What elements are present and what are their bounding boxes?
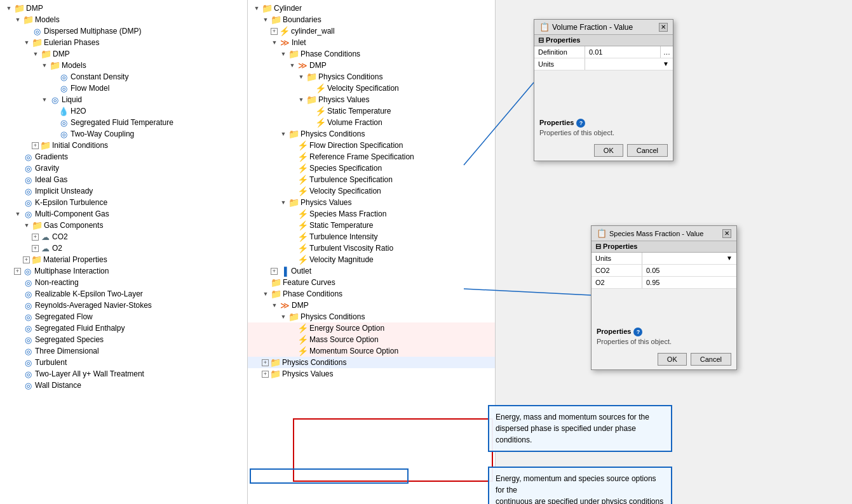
tree-item-physics-cond-main[interactable]: ▼ 📁 Physics Conditions bbox=[248, 128, 495, 140]
tree-item-inlet[interactable]: ▼ ≫ Inlet bbox=[248, 37, 495, 48]
dialog-val-units[interactable]: ▼ bbox=[585, 58, 673, 70]
tree-item-outlet[interactable]: + ▐ Outlet bbox=[248, 265, 495, 277]
tree-item-static-temp[interactable]: ⚡ Static Temperature bbox=[248, 220, 495, 231]
tree-item-turb-spec[interactable]: ⚡ Turbulence Specification bbox=[248, 174, 495, 185]
expander-boundaries[interactable]: ▼ bbox=[262, 16, 269, 23]
tree-item-mass-source[interactable]: ⚡ Mass Source Option bbox=[248, 334, 495, 345]
expander-dmp-bottom[interactable]: ▼ bbox=[271, 302, 278, 309]
dialog-definition-ellipsis[interactable]: … bbox=[660, 46, 673, 58]
help-icon-vf[interactable]: ? bbox=[576, 119, 585, 128]
tree-item-material-props[interactable]: + 📁 Material Properties bbox=[0, 254, 247, 265]
ok-button-vf[interactable]: OK bbox=[594, 144, 623, 157]
tree-item-ideal-gas[interactable]: ◎ Ideal Gas bbox=[0, 174, 247, 185]
tree-item-dmp-inlet[interactable]: ▼ ≫ DMP bbox=[248, 60, 495, 71]
tree-item-dispersed[interactable]: ◎ Dispersed Multiphase (DMP) bbox=[0, 25, 247, 37]
cancel-button-smf[interactable]: Cancel bbox=[691, 353, 731, 366]
tree-item-vel-mag[interactable]: ⚡ Velocity Magnitude bbox=[248, 254, 495, 265]
tree-item-non-reacting[interactable]: ◎ Non-reacting bbox=[0, 277, 247, 288]
expander-phvc[interactable]: + bbox=[262, 371, 269, 378]
expander-inlet[interactable]: ▼ bbox=[271, 39, 278, 46]
tree-item-k-epsilon[interactable]: ◎ K-Epsilon Turbulence bbox=[0, 197, 247, 208]
dialog-val-co2[interactable]: 0.05 bbox=[642, 265, 736, 276]
tree-item-seg-fluid-enth[interactable]: ◎ Segregated Fluid Enthalpy bbox=[0, 322, 247, 334]
tree-item-seg-fluid-temp[interactable]: ◎ Segregated Fluid Temperature bbox=[0, 117, 247, 128]
expander-co2[interactable]: + bbox=[32, 234, 39, 241]
tree-item-implicit-unsteady[interactable]: ◎ Implicit Unsteady bbox=[0, 185, 247, 197]
tree-item-momentum-source[interactable]: ⚡ Momentum Source Option bbox=[248, 345, 495, 357]
tree-item-three-dim[interactable]: ◎ Three Dimensional bbox=[0, 345, 247, 357]
expander-pcb[interactable]: ▼ bbox=[262, 290, 269, 298]
expander-dmp-inlet[interactable]: ▼ bbox=[288, 62, 296, 69]
tree-item-flow-model[interactable]: ◎ Flow Model bbox=[0, 83, 247, 94]
tree-item-liquid[interactable]: ▼ ◎ Liquid bbox=[0, 94, 247, 105]
tree-item-energy-source[interactable]: ⚡ Energy Source Option bbox=[248, 322, 495, 334]
tree-item-realizable[interactable]: ◎ Realizable K-Epsilon Two-Layer bbox=[0, 288, 247, 300]
tree-item-models[interactable]: ▼ 📁 Models bbox=[0, 14, 247, 25]
expander-dmp-root[interactable]: ▼ bbox=[5, 4, 13, 12]
expander-cylinder[interactable]: ▼ bbox=[253, 4, 260, 12]
expander-pci[interactable]: ▼ bbox=[280, 50, 287, 58]
tree-item-dmp-root[interactable]: ▼ 📁 DMP bbox=[0, 3, 247, 14]
expander-dmp-sub[interactable]: ▼ bbox=[32, 50, 39, 58]
tree-item-two-layer[interactable]: ◎ Two-Layer All y+ Wall Treatment bbox=[0, 368, 247, 380]
tree-item-dmp-sub[interactable]: ▼ 📁 DMP bbox=[0, 48, 247, 60]
tree-item-initial-cond[interactable]: + 📁 Initial Conditions bbox=[0, 140, 247, 151]
expander-initial[interactable]: + bbox=[32, 142, 39, 149]
tree-item-feature-curves[interactable]: 📁 Feature Curves bbox=[248, 277, 495, 288]
tree-item-h2o[interactable]: 💧 H2O bbox=[0, 105, 247, 117]
tree-item-boundaries[interactable]: ▼ 📁 Boundaries bbox=[248, 14, 495, 25]
tree-item-turbulent[interactable]: ◎ Turbulent bbox=[0, 357, 247, 368]
tree-item-physics-vals-cont[interactable]: + 📁 Physics Values bbox=[248, 368, 495, 380]
expander-pcm[interactable]: ▼ bbox=[280, 130, 287, 138]
tree-item-seg-species[interactable]: ◎ Segregated Species bbox=[0, 334, 247, 345]
tree-item-wall-dist[interactable]: ◎ Wall Distance bbox=[0, 380, 247, 391]
expander-models[interactable]: ▼ bbox=[14, 16, 22, 23]
tree-item-dmp-bottom[interactable]: ▼ ≫ DMP bbox=[248, 300, 495, 311]
tree-item-physics-vals-inlet[interactable]: ▼ 📁 Physics Values bbox=[248, 94, 495, 105]
expander-multiphase[interactable]: + bbox=[14, 268, 21, 275]
dialog-val-units-smf[interactable]: ▼ bbox=[642, 253, 736, 264]
tree-item-turb-intensity[interactable]: ⚡ Turbulence Intensity bbox=[248, 231, 495, 242]
expander-phcc[interactable]: + bbox=[262, 359, 269, 366]
tree-item-species-spec[interactable]: ⚡ Species Specification bbox=[248, 162, 495, 174]
expander-liquid[interactable]: ▼ bbox=[41, 96, 48, 103]
tree-item-ref-frame[interactable]: ⚡ Reference Frame Specification bbox=[248, 151, 495, 162]
tree-item-o2[interactable]: + ☁ O2 bbox=[0, 242, 247, 254]
tree-item-physics-cond-cont[interactable]: + 📁 Physics Conditions bbox=[248, 357, 495, 368]
tree-item-reynolds[interactable]: ◎ Reynolds-Averaged Navier-Stokes bbox=[0, 300, 247, 311]
tree-item-phase-cond-bottom[interactable]: ▼ 📁 Phase Conditions bbox=[248, 288, 495, 300]
tree-item-two-way[interactable]: ◎ Two-Way Coupling bbox=[0, 128, 247, 140]
tree-item-gradients[interactable]: ◎ Gradients bbox=[0, 151, 247, 162]
tree-item-models-sub[interactable]: ▼ 📁 Models bbox=[0, 60, 247, 71]
tree-item-physics-cond-bottom[interactable]: ▼ 📁 Physics Conditions bbox=[248, 311, 495, 322]
tree-item-gas-components[interactable]: ▼ 📁 Gas Components bbox=[0, 220, 247, 231]
dialog-close-vf[interactable]: ✕ bbox=[659, 23, 668, 32]
expander-o2[interactable]: + bbox=[32, 245, 39, 252]
expander-material[interactable]: + bbox=[23, 256, 30, 263]
tree-item-vol-frac-inlet[interactable]: ⚡ Volume Fraction bbox=[248, 117, 495, 128]
tree-item-multiphase[interactable]: + ◎ Multiphase Interaction bbox=[0, 265, 247, 277]
expander-pcbot[interactable]: ▼ bbox=[280, 313, 287, 321]
tree-item-eulerian[interactable]: ▼ 📁 Eulerian Phases bbox=[0, 37, 247, 48]
expander-multi[interactable]: ▼ bbox=[14, 210, 22, 218]
dialog-val-definition[interactable]: 0.01 bbox=[585, 46, 660, 58]
tree-item-physics-vals-main[interactable]: ▼ 📁 Physics Values bbox=[248, 197, 495, 208]
expander-eulerian[interactable]: ▼ bbox=[23, 39, 30, 46]
tree-item-turb-visc-ratio[interactable]: ⚡ Turbulent Viscosity Ratio bbox=[248, 242, 495, 254]
tree-item-static-temp-inlet[interactable]: ⚡ Static Temperature bbox=[248, 105, 495, 117]
dialog-close-smf[interactable]: ✕ bbox=[722, 229, 731, 238]
expander-cwall[interactable]: + bbox=[271, 28, 278, 35]
tree-item-gravity[interactable]: ◎ Gravity bbox=[0, 162, 247, 174]
expander-phci[interactable]: ▼ bbox=[297, 73, 305, 81]
tree-item-cylinder[interactable]: ▼ 📁 Cylinder bbox=[248, 3, 495, 14]
tree-item-physics-cond-inlet[interactable]: ▼ 📁 Physics Conditions bbox=[248, 71, 495, 83]
tree-item-species-mass-frac[interactable]: ⚡ Species Mass Fraction bbox=[248, 208, 495, 220]
tree-item-flow-dir[interactable]: ⚡ Flow Direction Specification bbox=[248, 140, 495, 151]
expander-gas[interactable]: ▼ bbox=[23, 222, 30, 229]
tree-item-cylinder-wall[interactable]: + ⚡ cylinder_wall bbox=[248, 25, 495, 37]
tree-item-seg-flow[interactable]: ◎ Segregated Flow bbox=[0, 311, 247, 322]
expander-models-sub[interactable]: ▼ bbox=[41, 62, 48, 69]
expander-phvi[interactable]: ▼ bbox=[297, 96, 305, 103]
tree-item-phase-cond-inlet[interactable]: ▼ 📁 Phase Conditions bbox=[248, 48, 495, 60]
dialog-val-o2[interactable]: 0.95 bbox=[642, 277, 736, 288]
